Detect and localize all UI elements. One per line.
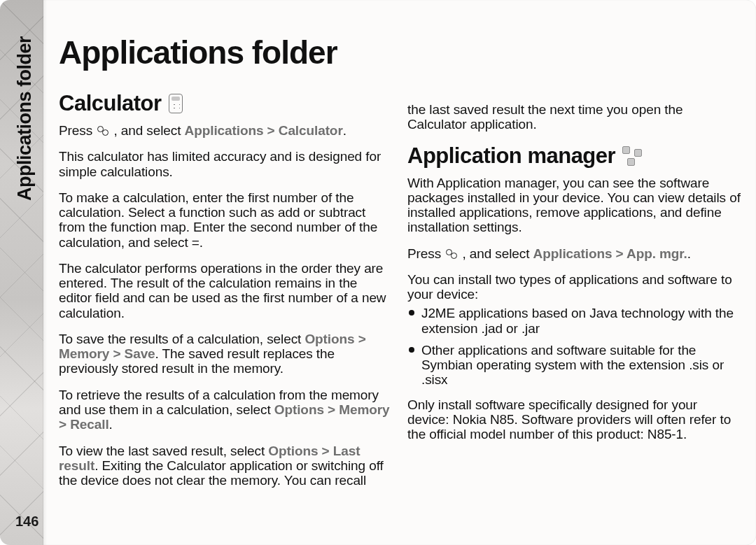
appmgr-types-list: J2ME applications based on Java technolo…: [407, 306, 741, 387]
columns: Calculator Press , and select Applicatio…: [59, 90, 741, 545]
column-right: the last saved result the next time you …: [407, 90, 741, 545]
calc-save: To save the results of a calculation, se…: [59, 332, 392, 376]
appmgr-only: Only install software specifically desig…: [407, 397, 741, 442]
list-item: J2ME applications based on Java technolo…: [407, 306, 741, 336]
appmgr-two: You can install two types of application…: [407, 272, 741, 302]
appmgr-nav-path: Applications > App. mgr.: [533, 246, 687, 261]
column-left: Calculator Press , and select Applicatio…: [59, 90, 392, 545]
calc-carryover: the last saved result the next time you …: [407, 102, 741, 132]
appmgr-press-prefix: Press: [407, 246, 444, 261]
section-heading-appmgr: Application manager: [407, 143, 741, 169]
calc-order: The calculator performs operations in th…: [59, 261, 392, 320]
appmgr-press-end: .: [687, 246, 691, 261]
appmgr-press-line: Press , and select Applications > App. m…: [407, 246, 741, 261]
section-side-label: Applications folder: [12, 16, 38, 220]
page-number: 146: [15, 514, 38, 530]
menu-key-icon: [97, 125, 109, 137]
page-fold-shadow: [43, 0, 48, 545]
section-side-label-text: Applications folder: [15, 36, 36, 200]
calc-press-prefix: Press: [59, 123, 96, 138]
page-content: Applications folder Calculator Press , a…: [59, 0, 741, 545]
calc-recall: To retrieve the results of a calculation…: [59, 388, 392, 432]
appmgr-with: With Application manager, you can see th…: [407, 176, 741, 235]
app-manager-icon: [622, 146, 642, 166]
calc-last: To view the last saved result, select Op…: [59, 444, 392, 488]
menu-key-icon: [445, 248, 458, 260]
calc-save-prefix: To save the results of a calculation, se…: [59, 332, 304, 346]
section-heading-appmgr-text: Application manager: [407, 143, 615, 169]
manual-page: Applications folder 146 Applications fol…: [0, 0, 756, 545]
appmgr-press-suffix: , and select: [462, 246, 533, 261]
page-title: Applications folder: [59, 34, 741, 71]
calc-press-end: .: [343, 123, 346, 138]
calc-last-suffix: . Exiting the Calculator application or …: [59, 458, 384, 488]
calculator-icon: [169, 94, 183, 113]
calc-recall-end: .: [109, 417, 113, 432]
list-item: Other applications and software suitable…: [407, 343, 741, 388]
calc-nav-path: Applications > Calculator: [185, 123, 343, 138]
calc-press-line: Press , and select Applications > Calcul…: [59, 123, 392, 138]
section-heading-calculator-text: Calculator: [59, 91, 162, 116]
calc-make: To make a calculation, enter the first n…: [59, 190, 392, 250]
section-heading-calculator: Calculator: [59, 91, 392, 116]
calc-last-prefix: To view the last saved result, select: [59, 444, 268, 458]
calc-accuracy: This calculator has limited accuracy and…: [59, 149, 392, 179]
calc-press-suffix: , and select: [113, 123, 184, 138]
